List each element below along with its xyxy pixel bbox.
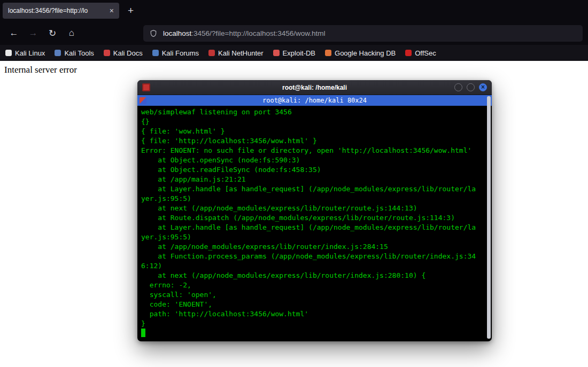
browser-nav-bar: ← → ↻ ⌂ localhost:3456/?file=http://loca… [0, 21, 588, 45]
terminal-line: at Function.process_params (/app/node_mo… [141, 252, 485, 261]
bookmark-label: Kali Docs [113, 49, 143, 57]
bookmark-label: Exploit-DB [283, 49, 315, 57]
new-tab-button[interactable]: + [128, 5, 134, 17]
terminal-window-title: root@kali: /home/kali [137, 84, 492, 91]
screen-icon [140, 97, 146, 104]
terminal-line: } [141, 319, 485, 329]
terminal-line: 6:12) [141, 261, 485, 271]
terminal-line: Error: ENOENT: no such file or directory… [141, 146, 485, 155]
terminal-line: yer.js:95:5) [141, 194, 485, 204]
bookmark-favicon [55, 50, 61, 56]
tab-title: localhost:3456/?file=http://lo [8, 7, 106, 14]
close-button[interactable]: × [479, 83, 487, 91]
bookmark-label: Kali Tools [64, 49, 94, 57]
bookmark-favicon [208, 50, 215, 56]
terminal-line: at next (/app/node_modules/express/lib/r… [141, 204, 485, 213]
terminal-scrollbar[interactable] [487, 96, 491, 339]
shield-icon [150, 29, 157, 37]
bookmark-item[interactable]: Kali NetHunter [208, 49, 264, 57]
terminal-line: at Layer.handle [as handle_request] (/ap… [141, 223, 485, 232]
terminal-line: at next (/app/node_modules/express/lib/r… [141, 271, 485, 280]
forward-button[interactable]: → [24, 28, 43, 38]
bookmark-item[interactable]: Exploit-DB [273, 49, 315, 57]
terminal-line: errno: -2, [141, 280, 485, 290]
bookmark-label: Kali Forums [162, 49, 199, 57]
bookmark-favicon [5, 50, 12, 56]
terminal-line: at Object.openSync (node:fs:590:3) [141, 155, 485, 165]
bookmark-favicon [104, 50, 110, 56]
terminal-line: yer.js:95:5) [141, 232, 485, 242]
bookmark-item[interactable]: Google Hacking DB [325, 49, 396, 57]
bookmark-label: Kali NetHunter [218, 49, 264, 57]
minimize-button[interactable] [454, 83, 462, 91]
bookmark-item[interactable]: Kali Forums [152, 49, 199, 57]
url-bar[interactable]: localhost:3456/?file=http://localhost:34… [143, 25, 583, 42]
terminal-titlebar[interactable]: root@kali: /home/kali × [137, 80, 492, 95]
screen: localhost:3456/?file=http://lo × + ← → ↻… [0, 0, 588, 367]
browser-tab[interactable]: localhost:3456/?file=http://lo × [3, 3, 119, 19]
terminal-line: web/simplewaf listening on port 3456 [141, 107, 485, 117]
reload-button[interactable]: ↻ [43, 28, 62, 39]
terminal-line: at Object.readFileSync (node:fs:458:35) [141, 165, 485, 175]
back-button[interactable]: ← [4, 28, 24, 38]
bookmark-favicon [325, 50, 331, 56]
bookmark-label: OffSec [415, 49, 436, 57]
bookmark-favicon [405, 50, 412, 56]
url-host: localhost [163, 29, 191, 37]
bookmark-item[interactable]: Kali Linux [5, 49, 45, 57]
url-path: :3456/?file=http://localhost:3456/wow.ht… [191, 29, 325, 37]
terminal-line: at Layer.handle [as handle_request] (/ap… [141, 184, 485, 194]
browser-tab-bar: localhost:3456/?file=http://lo × + [0, 0, 588, 21]
terminal-app-icon [142, 83, 150, 91]
tab-close-icon[interactable]: × [110, 6, 114, 15]
terminal-line: code: 'ENOENT', [141, 300, 485, 309]
bookmark-item[interactable]: OffSec [405, 49, 436, 57]
home-button[interactable]: ⌂ [62, 28, 81, 38]
bookmark-favicon [152, 50, 159, 56]
bookmark-label: Kali Linux [15, 49, 45, 57]
terminal-tab-title: root@kali: /home/kali 80x24 [137, 97, 492, 104]
server-error-text: Internal server error [0, 61, 588, 75]
terminal-cursor [141, 329, 145, 337]
bookmark-item[interactable]: Kali Docs [104, 49, 143, 57]
terminal-tab-strip[interactable]: root@kali: /home/kali 80x24 [137, 95, 492, 106]
terminal-window: root@kali: /home/kali × root@kali: /home… [137, 80, 492, 341]
terminal-line: { file: 'wow.html' } [141, 127, 485, 136]
maximize-button[interactable] [467, 83, 475, 91]
terminal-line: { file: 'http://localhost:3456/wow.html'… [141, 136, 485, 146]
terminal-output[interactable]: web/simplewaf listening on port 3456 {} … [137, 106, 485, 341]
terminal-line: syscall: 'open', [141, 290, 485, 300]
window-buttons: × [454, 83, 487, 91]
bookmark-item[interactable]: Kali Tools [55, 49, 94, 57]
terminal-line: path: 'http://localhost:3456/wow.html' [141, 309, 485, 319]
terminal-line: at Route.dispatch (/app/node_modules/exp… [141, 213, 485, 223]
terminal-line: {} [141, 117, 485, 127]
bookmark-favicon [273, 50, 280, 56]
terminal-line: at /app/main.js:21:21 [141, 175, 485, 184]
terminal-line: at /app/node_modules/express/lib/router/… [141, 242, 485, 252]
bookmarks-bar: Kali Linux Kali Tools Kali Docs Kali For… [0, 45, 588, 61]
bookmark-label: Google Hacking DB [335, 49, 396, 57]
